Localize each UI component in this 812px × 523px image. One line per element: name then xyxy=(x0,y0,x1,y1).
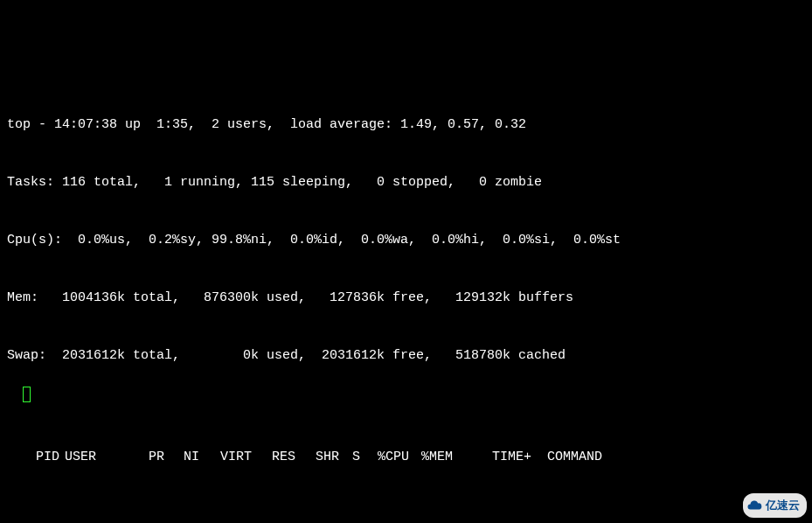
summary-tasks: Tasks: 116 total, 1 running, 115 sleepin… xyxy=(7,173,805,192)
col-s: S xyxy=(339,448,360,467)
col-virt: VIRT xyxy=(199,448,252,467)
cursor-icon xyxy=(23,387,31,402)
summary-mem: Mem: 1004136k total, 876300k used, 12783… xyxy=(7,289,805,308)
watermark-text: 亿速云 xyxy=(766,496,800,515)
col-time: TIME+ xyxy=(453,448,531,467)
col-cpu: %CPU xyxy=(360,448,409,467)
summary-cpu: Cpu(s): 0.0%us, 0.2%sy, 99.8%ni, 0.0%id,… xyxy=(7,231,805,250)
watermark-badge: 亿速云 xyxy=(743,493,807,518)
col-cmd: COMMAND xyxy=(531,448,805,467)
process-table-header: PID USER PR NI VIRT RES SHR S %CPU %MEM … xyxy=(7,448,805,467)
col-pr: PR xyxy=(112,448,164,467)
summary-swap: Swap: 2031612k total, 0k used, 2031612k … xyxy=(7,346,805,366)
col-user: USER xyxy=(59,448,112,467)
terminal-window[interactable]: top - 14:07:38 up 1:35, 2 users, load av… xyxy=(0,77,812,523)
col-shr: SHR xyxy=(295,448,339,467)
col-res: RES xyxy=(252,448,295,467)
col-mem: %MEM xyxy=(409,448,453,467)
summary-uptime: top - 14:07:38 up 1:35, 2 users, load av… xyxy=(7,115,805,135)
col-pid: PID xyxy=(7,448,59,467)
cloud-icon xyxy=(746,498,762,513)
col-ni: NI xyxy=(164,448,199,467)
